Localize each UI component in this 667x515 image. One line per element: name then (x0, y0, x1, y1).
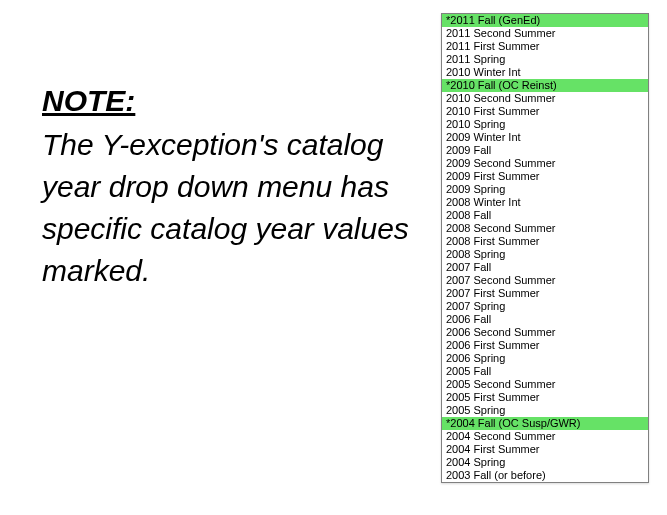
catalog-year-option[interactable]: 2010 Winter Int (442, 66, 648, 79)
catalog-year-option[interactable]: 2008 Second Summer (442, 222, 648, 235)
catalog-year-option[interactable]: 2009 Winter Int (442, 131, 648, 144)
catalog-year-option[interactable]: 2006 Spring (442, 352, 648, 365)
catalog-year-option[interactable]: 2004 Second Summer (442, 430, 648, 443)
catalog-year-option[interactable]: 2009 Second Summer (442, 157, 648, 170)
note-heading: NOTE: (42, 80, 422, 122)
catalog-year-option[interactable]: 2005 Fall (442, 365, 648, 378)
catalog-year-option[interactable]: 2007 First Summer (442, 287, 648, 300)
catalog-year-option[interactable]: 2010 Spring (442, 118, 648, 131)
catalog-year-option[interactable]: *2010 Fall (OC Reinst) (442, 79, 648, 92)
catalog-year-option[interactable]: 2011 First Summer (442, 40, 648, 53)
catalog-year-option[interactable]: 2006 First Summer (442, 339, 648, 352)
catalog-year-option[interactable]: 2008 Winter Int (442, 196, 648, 209)
catalog-year-dropdown[interactable]: *2011 Fall (GenEd)2011 Second Summer2011… (441, 13, 649, 483)
catalog-year-option[interactable]: 2006 Second Summer (442, 326, 648, 339)
catalog-year-option[interactable]: 2010 First Summer (442, 105, 648, 118)
catalog-year-option[interactable]: 2007 Fall (442, 261, 648, 274)
slide-stage: NOTE: The Y-exception's catalog year dro… (0, 0, 667, 515)
catalog-year-option[interactable]: 2011 Spring (442, 53, 648, 66)
catalog-year-option[interactable]: 2005 First Summer (442, 391, 648, 404)
catalog-year-option[interactable]: 2003 Fall (or before) (442, 469, 648, 482)
catalog-year-option[interactable]: 2009 Fall (442, 144, 648, 157)
catalog-year-option[interactable]: 2008 Fall (442, 209, 648, 222)
catalog-year-option[interactable]: 2008 Spring (442, 248, 648, 261)
catalog-year-option[interactable]: 2006 Fall (442, 313, 648, 326)
catalog-year-option[interactable]: 2004 First Summer (442, 443, 648, 456)
note-body: The Y-exception's catalog year drop down… (42, 124, 422, 292)
catalog-year-option[interactable]: *2011 Fall (GenEd) (442, 14, 648, 27)
note-block: NOTE: The Y-exception's catalog year dro… (42, 80, 422, 292)
catalog-year-option[interactable]: 2004 Spring (442, 456, 648, 469)
catalog-year-option[interactable]: 2007 Second Summer (442, 274, 648, 287)
catalog-year-option[interactable]: *2004 Fall (OC Susp/GWR) (442, 417, 648, 430)
catalog-year-option[interactable]: 2011 Second Summer (442, 27, 648, 40)
catalog-year-option[interactable]: 2008 First Summer (442, 235, 648, 248)
catalog-year-option[interactable]: 2005 Second Summer (442, 378, 648, 391)
catalog-year-option[interactable]: 2007 Spring (442, 300, 648, 313)
catalog-year-option[interactable]: 2009 Spring (442, 183, 648, 196)
catalog-year-option[interactable]: 2009 First Summer (442, 170, 648, 183)
catalog-year-option[interactable]: 2010 Second Summer (442, 92, 648, 105)
catalog-year-option[interactable]: 2005 Spring (442, 404, 648, 417)
